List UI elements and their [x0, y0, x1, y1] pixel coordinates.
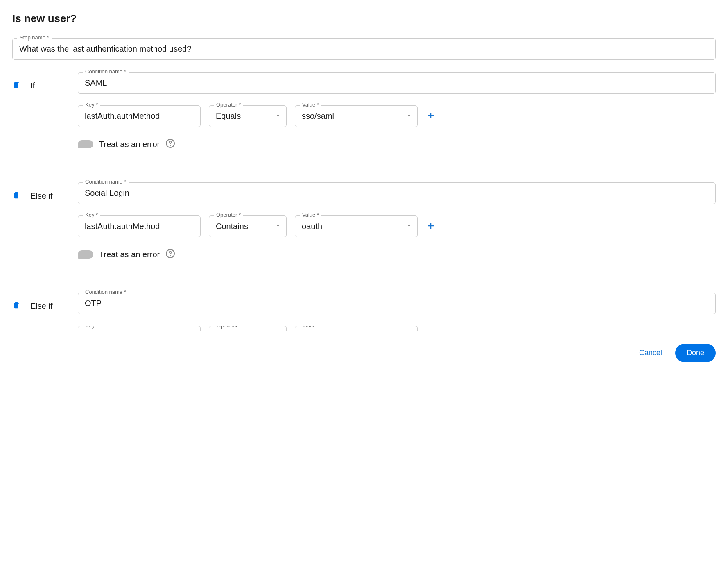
trash-icon[interactable] — [12, 301, 20, 311]
step-name-field: Step name * — [12, 38, 716, 60]
rule-row-truncated: Key * Operator * Value * — [78, 326, 716, 331]
condition-right: Condition name * Key * Operator * Contai… — [78, 182, 716, 280]
condition-type-label: Else if — [30, 191, 52, 201]
value-label: Value * — [300, 326, 322, 329]
condition-name-input[interactable] — [78, 293, 716, 314]
condition-right: Condition name * Key * Operator * Equals… — [78, 72, 716, 170]
operator-label: Operator * — [214, 102, 243, 108]
operator-field: Operator * Contains — [209, 215, 287, 237]
condition-name-label: Condition name * — [83, 68, 129, 75]
trash-icon[interactable] — [12, 190, 20, 201]
key-label: Key * — [83, 102, 100, 108]
value-select[interactable]: oauth — [295, 215, 418, 237]
condition-name-field: Condition name * — [78, 293, 716, 314]
svg-point-3 — [170, 255, 171, 256]
divider — [78, 170, 716, 170]
divider — [78, 280, 716, 280]
step-name-label: Step name * — [17, 34, 52, 41]
treat-as-error-label: Treat as an error — [99, 140, 160, 149]
key-label: Key * — [83, 212, 100, 218]
condition-name-field: Condition name * — [78, 72, 716, 94]
step-name-input[interactable] — [12, 38, 716, 60]
condition-right: Condition name * Key * Operator * Value … — [78, 293, 716, 331]
error-row: Treat as an error — [78, 138, 716, 150]
value-label: Value * — [300, 102, 321, 108]
plus-icon[interactable] — [426, 111, 436, 122]
value-select[interactable]: sso/saml — [295, 105, 418, 127]
operator-label: Operator * — [214, 212, 243, 218]
condition-name-input[interactable] — [78, 182, 716, 204]
condition-block-if: If Condition name * Key * Operator * Equ… — [12, 72, 716, 170]
value-field: Value * oauth — [295, 215, 418, 237]
condition-type-label: Else if — [30, 302, 52, 311]
operator-field: Operator * Equals — [209, 105, 287, 127]
key-label: Key * — [83, 326, 101, 329]
condition-name-label: Condition name * — [83, 179, 129, 185]
condition-block-elseif: Else if Condition name * Key * Operator … — [12, 182, 716, 280]
done-button[interactable]: Done — [675, 344, 716, 362]
key-field: Key * — [78, 215, 201, 237]
value-field: Value * sso/saml — [295, 105, 418, 127]
key-input[interactable] — [78, 215, 201, 237]
rule-row: Key * Operator * Contains Value * oauth — [78, 215, 716, 237]
condition-block-elseif: Else if Condition name * Key * Operator … — [12, 293, 716, 331]
cancel-button[interactable]: Cancel — [639, 349, 662, 357]
condition-name-field: Condition name * — [78, 182, 716, 204]
condition-name-input[interactable] — [78, 72, 716, 94]
svg-point-1 — [170, 145, 171, 145]
treat-as-error-label: Treat as an error — [99, 250, 160, 259]
operator-select[interactable]: Equals — [209, 105, 287, 127]
help-icon[interactable] — [165, 249, 175, 260]
key-field: Key * — [78, 105, 201, 127]
help-icon[interactable] — [165, 138, 175, 150]
condition-left: Else if — [12, 182, 70, 201]
plus-icon[interactable] — [426, 221, 436, 232]
condition-left: Else if — [12, 293, 70, 311]
footer: Cancel Done — [12, 344, 716, 362]
condition-type-label: If — [30, 81, 35, 91]
error-row: Treat as an error — [78, 249, 716, 260]
treat-as-error-toggle[interactable] — [78, 140, 93, 148]
value-label: Value * — [300, 212, 321, 218]
operator-label: Operator * — [214, 326, 244, 329]
condition-name-label: Condition name * — [83, 289, 129, 295]
operator-select[interactable]: Contains — [209, 215, 287, 237]
rule-row: Key * Operator * Equals Value * sso/saml — [78, 105, 716, 127]
trash-icon[interactable] — [12, 80, 20, 91]
page-title: Is new user? — [12, 12, 716, 25]
condition-left: If — [12, 72, 70, 91]
key-input[interactable] — [78, 105, 201, 127]
treat-as-error-toggle[interactable] — [78, 250, 93, 259]
